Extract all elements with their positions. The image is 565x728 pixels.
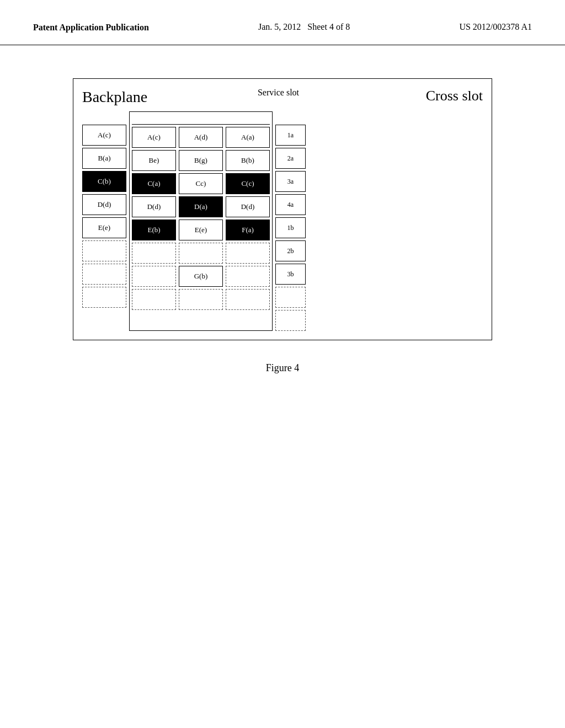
cell-4-1: A(a): [226, 127, 270, 148]
cell-2-8: [132, 289, 176, 310]
cross-cell-9: [275, 310, 306, 331]
cell-4-5: F(a): [226, 220, 270, 240]
cell-1-6: [82, 240, 126, 261]
cross-cell-4: 4a: [275, 194, 306, 215]
sheet-info: Sheet 4 of 8: [307, 22, 350, 31]
cross-cell-2: 2a: [275, 148, 306, 169]
service-slot-group: A(c) Be) C(a) D(d) E(b) A(d) B(g) Cc): [129, 111, 273, 331]
column-2: A(c) Be) C(a) D(d) E(b): [132, 127, 176, 310]
cell-2-7: [132, 266, 176, 287]
cell-3-3: Cc): [179, 173, 223, 194]
cell-1-8: [82, 287, 126, 308]
cross-cell-7: 3b: [275, 264, 306, 285]
cross-cell-8: [275, 287, 306, 308]
grid-area: A(c) B(a) C(b) D(d) E(e) A(c) Be): [82, 111, 483, 331]
cell-4-3: C(c): [226, 173, 270, 194]
cell-4-4: D(d): [226, 196, 270, 217]
column-3: A(d) B(g) Cc) D(a) E(e) G(b): [179, 127, 223, 310]
cell-2-3: C(a): [132, 173, 176, 194]
cell-2-5: E(b): [132, 220, 176, 240]
cell-3-4: D(a): [179, 196, 223, 217]
cross-cell-6: 2b: [275, 240, 306, 261]
cross-cell-1: 1a: [275, 125, 306, 146]
backplane-label: Backplane: [82, 88, 147, 106]
patent-number: US 2012/002378 A1: [459, 22, 532, 32]
cell-2-2: Be): [132, 150, 176, 171]
cell-3-5: E(e): [179, 220, 223, 240]
cell-3-7: G(b): [179, 266, 223, 287]
cell-1-2: B(a): [82, 148, 126, 169]
cell-4-6: [226, 243, 270, 264]
column-1: A(c) B(a) C(b) D(d) E(e): [82, 111, 126, 331]
page-header: Patent Application Publication Jan. 5, 2…: [0, 0, 565, 45]
cross-cell-5: 1b: [275, 217, 306, 238]
date: Jan. 5, 2012: [258, 22, 301, 31]
cell-4-2: B(b): [226, 150, 270, 171]
cell-3-8: [179, 289, 223, 310]
cell-2-1: A(c): [132, 127, 176, 148]
cell-1-4: D(d): [82, 194, 126, 215]
cell-2-4: D(d): [132, 196, 176, 217]
cell-3-1: A(d): [179, 127, 223, 148]
cell-1-5: E(e): [82, 217, 126, 238]
cross-cell-3: 3a: [275, 171, 306, 192]
publication-title: Patent Application Publication: [33, 22, 149, 34]
cell-4-8: [226, 289, 270, 310]
cell-1-7: [82, 264, 126, 285]
cross-slot-column: 1a 2a 3a 4a 1b 2b 3b: [275, 111, 306, 331]
cross-slot-label: Cross slot: [426, 88, 483, 104]
date-sheet: Jan. 5, 2012 Sheet 4 of 8: [258, 22, 350, 32]
service-slot-label: Service slot: [258, 88, 299, 98]
cell-1-3: C(b): [82, 171, 126, 192]
cell-2-6: [132, 243, 176, 264]
cell-4-7: [226, 266, 270, 287]
diagram-container: Backplane Service slot Cross slot A(c) B…: [73, 78, 492, 341]
cell-3-6: [179, 243, 223, 264]
cell-3-2: B(g): [179, 150, 223, 171]
column-4: A(a) B(b) C(c) D(d) F(a): [226, 127, 270, 310]
main-content: Backplane Service slot Cross slot A(c) B…: [0, 45, 565, 408]
figure-caption: Figure 4: [266, 362, 300, 374]
cell-1-1: A(c): [82, 125, 126, 146]
